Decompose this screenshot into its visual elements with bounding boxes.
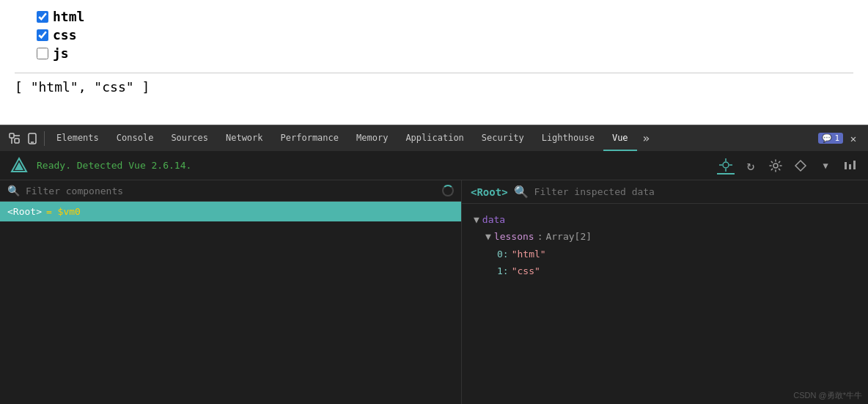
svg-rect-15 — [845, 162, 847, 169]
csdn-watermark: CSDN @勇敢*牛牛 — [793, 390, 862, 401]
settings-icon[interactable] — [767, 157, 784, 175]
tab-more-icon[interactable]: » — [637, 131, 656, 145]
left-panel: 🔍 <Root> = $vm0 — [0, 180, 462, 404]
tab-elements[interactable]: Elements — [48, 125, 108, 151]
lessons-key: lessons — [494, 228, 534, 245]
svg-point-8 — [723, 162, 729, 168]
vue-logo — [9, 155, 29, 176]
list-item-js: js — [37, 45, 853, 61]
item0-key: 0: — [497, 246, 509, 262]
inspector-root-tag: <Root> — [471, 186, 508, 198]
vue-header: Ready. Detected Vue 2.6.14. ↻ — [0, 151, 868, 180]
top-area: html css js [ "html", "css" ] — [0, 0, 868, 125]
svg-rect-0 — [10, 133, 14, 138]
data-tree: ▼ data ▼ lessons : Array[2] 0: "html" — [462, 204, 868, 287]
item0-value: "html" — [512, 246, 546, 262]
chevron-down-icon[interactable]: ▼ — [817, 157, 834, 175]
collapse-data-arrow[interactable]: ▼ — [474, 211, 479, 228]
devtools-bar: Elements Console Sources Network Perform… — [0, 125, 868, 151]
item1-key: 1: — [497, 262, 509, 279]
inspector-header: <Root> 🔍 — [462, 180, 868, 204]
output-line: [ "html", "css" ] — [15, 79, 853, 95]
vue-main: 🔍 <Root> = $vm0 <Root> 🔍 ▼ data — [0, 180, 868, 404]
svg-point-13 — [773, 164, 778, 168]
search-bar: 🔍 — [0, 180, 461, 202]
svg-marker-14 — [795, 161, 806, 171]
data-row: ▼ data — [474, 211, 856, 228]
list-item-css: css — [37, 27, 853, 43]
label-js: js — [53, 45, 69, 61]
devtools-tabs: Elements Console Sources Network Perform… — [48, 125, 814, 151]
inspect-icon[interactable] — [7, 131, 22, 146]
item1-value: "css" — [512, 262, 540, 279]
loading-spinner — [442, 185, 454, 197]
performance-icon[interactable] — [842, 157, 859, 175]
vue-panel: Ready. Detected Vue 2.6.14. ↻ — [0, 151, 868, 404]
tab-lighthouse[interactable]: Lighthouse — [533, 125, 603, 151]
label-html: html — [53, 9, 84, 24]
root-component-tag: <Root> — [7, 206, 42, 217]
vue-toolbar-icons: ↻ ▼ — [717, 157, 859, 175]
tab-console[interactable]: Console — [108, 125, 163, 151]
close-devtools-button[interactable]: ✕ — [846, 131, 861, 146]
search-icon-right: 🔍 — [514, 185, 529, 199]
checkbox-list: html css js — [15, 9, 853, 61]
tab-network[interactable]: Network — [217, 125, 272, 151]
filter-components-input[interactable] — [26, 186, 436, 197]
svg-rect-3 — [15, 139, 19, 143]
lessons-type: Array[2] — [545, 228, 592, 245]
mobile-icon[interactable] — [25, 131, 40, 146]
tab-sources[interactable]: Sources — [162, 125, 217, 151]
vue-ready-text: Ready. Detected Vue 2.6.14. — [37, 160, 717, 171]
root-component-item[interactable]: <Root> = $vm0 — [0, 202, 461, 221]
checkbox-js[interactable] — [37, 48, 48, 59]
tab-vue[interactable]: Vue — [603, 125, 637, 151]
svg-rect-17 — [853, 161, 856, 169]
data-key: data — [482, 211, 505, 228]
tab-memory[interactable]: Memory — [347, 125, 397, 151]
collapse-lessons-arrow[interactable]: ▼ — [485, 228, 491, 245]
tab-application[interactable]: Application — [397, 125, 472, 151]
list-item-html: html — [37, 9, 853, 24]
root-component-var: = $vm0 — [46, 206, 81, 217]
checkbox-css[interactable] — [37, 29, 48, 41]
filter-inspected-data-input[interactable] — [534, 186, 658, 197]
tab-performance[interactable]: Performance — [272, 125, 347, 151]
lessons-item-0: 0: "html" — [474, 246, 856, 262]
search-icon: 🔍 — [7, 185, 20, 197]
refresh-icon[interactable]: ↻ — [742, 157, 760, 175]
notification-badge[interactable]: 💬 1 — [818, 133, 843, 144]
divider — [15, 73, 853, 73]
devtools-right: 💬 1 ✕ — [814, 131, 865, 146]
svg-rect-16 — [849, 164, 851, 169]
right-panel: <Root> 🔍 ▼ data ▼ lessons : Array[2] — [462, 180, 868, 404]
label-css: css — [53, 27, 77, 43]
checkbox-html[interactable] — [37, 11, 48, 23]
devtools-icons — [3, 131, 45, 146]
route-icon[interactable] — [792, 157, 809, 175]
lessons-item-1: 1: "css" — [474, 262, 856, 279]
tab-security[interactable]: Security — [473, 125, 533, 151]
lessons-row: ▼ lessons : Array[2] — [474, 228, 856, 245]
component-selector-icon[interactable] — [717, 157, 735, 175]
